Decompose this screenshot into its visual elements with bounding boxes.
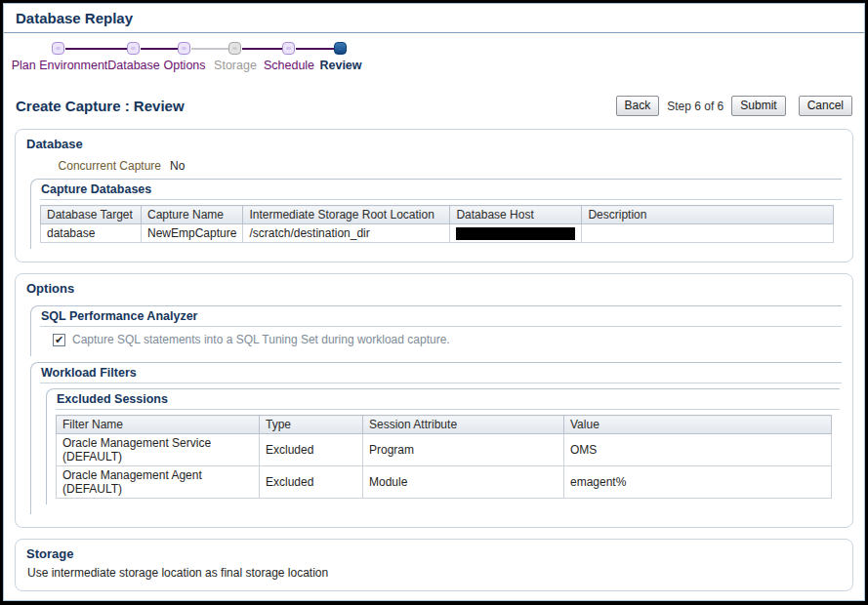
train-node-schedule[interactable] (282, 42, 295, 55)
concurrent-capture-row: Concurrent Capture No (24, 159, 844, 173)
table-row: database NewEmpCapture /scratch/destinat… (41, 224, 834, 243)
cell-type: Excluded (260, 466, 363, 499)
train-connector-3 (191, 48, 228, 50)
column-header: Description (582, 206, 833, 224)
column-header: Filter Name (57, 416, 260, 434)
window-frame: Database Replay Plan Environment Databas… (0, 0, 868, 605)
train-label-options[interactable]: Options (163, 59, 205, 72)
node-dash-icon (232, 47, 237, 50)
train-node-database[interactable] (127, 42, 140, 55)
train-label-plan-environment[interactable]: Plan Environment (12, 59, 108, 72)
title-bar: Database Replay (4, 4, 864, 33)
train-label-database[interactable]: Database (107, 59, 160, 72)
node-dash-icon (286, 47, 291, 50)
node-dash-icon (56, 47, 61, 50)
capture-databases-table: Database Target Capture Name Intermediat… (40, 205, 834, 243)
cell-value: emagent% (564, 466, 832, 499)
checkmark-icon: ✔ (55, 335, 63, 345)
excluded-sessions-title: Excluded Sessions (56, 389, 840, 410)
spa-group: SQL Performance Analyzer ✔ Capture SQL s… (30, 305, 842, 356)
table-row: Oracle Management Agent (DEFAULT) Exclud… (57, 466, 832, 499)
cell-storage-location: /scratch/destination_dir (243, 224, 450, 243)
train-node-storage (228, 42, 241, 55)
node-dash-icon (182, 47, 186, 50)
column-header: Database Target (41, 206, 142, 224)
redacted-database-host (456, 227, 575, 240)
table-row: Oracle Management Service (DEFAULT) Excl… (57, 434, 832, 466)
capture-databases-title: Capture Databases (40, 180, 842, 200)
wizard-toolbar: Back Step 6 of 6 Submit Cancel (616, 96, 852, 116)
wizard-train: Plan Environment Database Options Storag… (4, 40, 864, 85)
options-section-title: Options (24, 279, 844, 300)
capture-databases-group: Capture Databases Database Target Captur… (30, 179, 842, 249)
column-header: Value (564, 416, 832, 434)
cell-filter-name: Oracle Management Agent (DEFAULT) (57, 466, 260, 499)
storage-section-title: Storage (24, 544, 844, 565)
column-header: Session Attribute (363, 416, 564, 434)
subtitle-bar: Create Capture : Review Back Step 6 of 6… (4, 85, 864, 129)
train-node-plan-environment[interactable] (52, 42, 64, 55)
back-button[interactable]: Back (616, 96, 660, 116)
train-connector-5 (296, 48, 334, 50)
page-content: Database Replay Plan Environment Databas… (3, 3, 865, 601)
cell-session-attribute: Module (363, 466, 564, 499)
cell-value: OMS (564, 434, 832, 466)
cell-database-target: database (41, 224, 142, 243)
column-header: Type (260, 416, 363, 434)
node-dash-icon (131, 47, 136, 50)
train-label-review: Review (319, 59, 361, 72)
train-label-storage: Storage (214, 59, 257, 72)
concurrent-capture-label: Concurrent Capture (24, 159, 161, 173)
spa-title: SQL Performance Analyzer (40, 306, 842, 327)
train-connector-2 (141, 48, 178, 50)
cancel-button[interactable]: Cancel (799, 96, 852, 116)
cell-type: Excluded (260, 434, 363, 466)
train-node-options[interactable] (178, 42, 190, 55)
section-storage: Storage Use intermediate storage locatio… (15, 539, 853, 591)
train-connector-1 (65, 48, 127, 50)
storage-option-text: Use intermediate storage location as fin… (24, 565, 844, 582)
submit-button[interactable]: Submit (731, 96, 785, 116)
section-database: Database Concurrent Capture No Capture D… (15, 129, 853, 262)
column-header: Database Host (450, 206, 582, 224)
excluded-sessions-group: Excluded Sessions Filter Name Type Sessi… (46, 388, 840, 504)
spa-checkbox-row: ✔ Capture SQL statements into a SQL Tuni… (53, 333, 842, 346)
wizard-page-title: Create Capture : Review (16, 98, 185, 114)
table-header-row: Filter Name Type Session Attribute Value (57, 416, 832, 434)
cell-capture-name: NewEmpCapture (142, 224, 243, 243)
database-section-title: Database (24, 135, 844, 155)
node-dash-icon (338, 47, 343, 50)
step-indicator: Step 6 of 6 (663, 100, 727, 113)
cell-database-host (450, 224, 582, 243)
cell-description (582, 224, 833, 243)
column-header: Intermediate Storage Root Location (243, 206, 450, 224)
section-options: Options SQL Performance Analyzer ✔ Captu… (15, 273, 853, 528)
train-node-review (334, 42, 347, 55)
column-header: Capture Name (142, 206, 243, 224)
table-header-row: Database Target Capture Name Intermediat… (41, 206, 834, 224)
excluded-sessions-table: Filter Name Type Session Attribute Value… (56, 415, 832, 499)
train-label-schedule[interactable]: Schedule (264, 59, 314, 72)
page-title: Database Replay (16, 10, 133, 26)
spa-checkbox-label: Capture SQL statements into a SQL Tuning… (72, 333, 450, 346)
spa-checkbox[interactable]: ✔ (53, 334, 65, 346)
workload-filters-group: Workload Filters Excluded Sessions Filte… (30, 362, 842, 514)
workload-filters-title: Workload Filters (40, 363, 842, 383)
concurrent-capture-value: No (170, 159, 185, 173)
cell-filter-name: Oracle Management Service (DEFAULT) (57, 434, 260, 466)
cell-session-attribute: Program (363, 434, 564, 466)
train-connector-4 (242, 48, 282, 50)
